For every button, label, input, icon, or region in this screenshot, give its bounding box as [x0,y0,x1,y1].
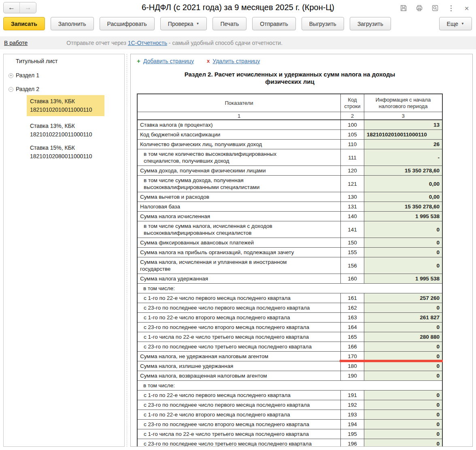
row-value-field[interactable]: - [364,149,442,166]
back-arrow-icon[interactable]: ← [4,2,20,13]
row-value-field[interactable]: 0 [364,238,442,247]
row-value-field[interactable]: 0 [364,303,442,312]
row-label: с 23-го по последнее число первого месяц… [138,400,340,410]
download-button[interactable]: Загрузить [350,17,391,30]
row-value-field[interactable]: 0 [364,257,442,274]
history-nav: ← → [3,2,36,13]
row-value-field[interactable]: 15 350 278,60 [364,166,442,175]
row-label: Сумма налога удержанная [138,274,340,283]
more-button[interactable]: Еще▼ [439,17,472,30]
row-code: 100 [340,120,364,129]
row-code: 120 [340,166,364,175]
row-value-field[interactable]: 0 [364,323,442,332]
row-value-field[interactable]: 1 995 538 [364,274,442,283]
row-value-field[interactable]: 280 880 [364,332,442,342]
check-dropdown-button[interactable]: Проверка▼ [160,17,207,30]
table-row: с 1-го числа по 22-е число третьего меся… [138,332,442,342]
row-label: Количество физических лиц, получивших до… [138,140,340,149]
send-button[interactable]: Отправить [252,17,295,30]
row-code: 196 [340,439,364,447]
table-row: Сумма фиксированных авансовых платежей15… [138,238,442,248]
row-value-field[interactable]: 0 [364,221,442,238]
more-kebab-icon[interactable] [446,4,455,13]
1c-reporting-link[interactable]: 1С-Отчетность [128,40,167,46]
row-value-field[interactable]: 261 827 [364,313,442,322]
row-label: с 1-го по 22-е число первого месяца посл… [138,391,340,400]
row-value-field[interactable]: 1 995 538 [364,212,442,221]
table-row: с 23-го по последнее число первого месяц… [138,400,442,410]
row-value-field[interactable]: 0,00 [364,192,442,202]
row-value-field[interactable]: 0,00 [364,176,442,192]
sidebar-item-section1[interactable]: Раздел 1 [16,72,39,79]
row-value-field[interactable]: 0 [364,429,442,439]
table-header-row: Показатели Код строки Информация с начал… [138,94,442,112]
fill-button[interactable]: Заполнить [51,17,94,30]
table-row: Код бюджетной классификации1051821010201… [138,130,442,140]
row-value-field[interactable]: 0 [364,410,442,419]
section2-form-panel: + Добавить страницу x Удалить страницу Р… [130,54,473,447]
section2-table: Показатели Код строки Информация с начал… [137,93,443,447]
decode-button[interactable]: Расшифровать [100,17,155,30]
row-value-field[interactable]: 0 [364,342,442,351]
row-value-field[interactable]: 0 [364,361,442,371]
row-170-red-annotation [340,360,443,362]
page-title: 6-НДФЛ (с 2021 года) за 9 месяцев 2025 г… [142,3,334,12]
expand-icon-section1[interactable]: + [8,73,13,78]
row-code: 140 [340,212,364,221]
row-code: 165 [340,332,364,342]
print-button[interactable]: Печать [212,17,246,30]
collapse-icon-section2[interactable]: − [8,87,13,92]
row-value-field[interactable]: 18210102010011000110 [364,130,442,139]
row-code: 155 [340,248,364,257]
row-value-field[interactable]: 0 [364,420,442,429]
row-group-label: в том числе: [138,284,444,293]
row-code: 193 [340,410,364,419]
panel-splitter[interactable] [127,54,127,447]
table-numbering-row: 1 2 3 [138,112,442,120]
row-code: 194 [340,420,364,429]
row-label: с 23-го по последнее число первого месяц… [138,303,340,312]
row-label: Сумма вычетов и расходов [138,192,340,202]
row-value-field[interactable]: 0 [364,371,442,380]
section2-title: Раздел 2. Расчет исчисленных и удержанны… [137,71,443,85]
delete-page-link[interactable]: x Удалить страницу [207,57,260,64]
close-icon[interactable]: × [462,4,471,13]
row-value-field[interactable]: 15 350 278,60 [364,202,442,211]
row-value-field[interactable]: 26 [364,140,442,149]
status-state-link[interactable]: В работе [4,40,28,46]
upload-button[interactable]: Выгрузить [302,17,344,30]
row-value-field[interactable]: 257 260 [364,293,442,303]
sidebar-item-kbk-15-080[interactable]: Ставка 15%, КБК 18210102080011000110 [27,142,104,163]
row-value-field[interactable]: 0 [364,439,442,447]
row-code: 163 [340,313,364,322]
table-row: с 1-го по 22-е число второго месяца посл… [138,313,442,323]
row-code: 150 [340,238,364,247]
table-row: с 1-го по 22-е число второго месяца посл… [138,410,442,420]
sidebar-item-title-sheet[interactable]: Титульный лист [16,58,57,64]
row-value-field[interactable]: 0 [364,400,442,410]
table-row: в том числе сумма дохода, полученная выс… [138,176,442,192]
row-value-field[interactable]: 0 [364,248,442,257]
row-label: Сумма налога, исчисленная и уплаченная в… [138,257,340,274]
header-line-code: Код строки [340,94,364,112]
sidebar-item-kbk-13-010[interactable]: Ставка 13%, КБК 18210102010011000110 [27,95,104,116]
forward-arrow-icon[interactable]: → [20,2,36,13]
row-label: в том числе сумма налога, исчисленная с … [138,221,340,238]
table-row: Сумма дохода, полученная физическими лиц… [138,166,442,176]
sections-sidebar: Титульный лист + Раздел 1 − Раздел 2 Ста… [3,54,125,447]
table-row: с 23-го по последнее число второго месяц… [138,420,442,429]
sidebar-item-section2[interactable]: Раздел 2 [16,86,39,92]
table-row: Ставка налога (в процентах)10013 [138,120,442,130]
row-value-field[interactable]: 0 [364,391,442,400]
table-row: Сумма налога исчисленная1401 995 538 [138,212,442,221]
row-label: Сумма налога, возвращенная налоговым аге… [138,371,340,380]
plus-icon: + [137,57,140,64]
print-icon[interactable] [415,4,424,13]
row-value-field[interactable]: 13 [364,120,442,129]
preview-icon[interactable] [431,4,440,13]
add-page-link[interactable]: + Добавить страницу [137,57,194,64]
sidebar-item-kbk-13-210[interactable]: Ставка 13%, КБК 18210102210011000110 [27,120,104,141]
save-icon[interactable] [399,4,408,13]
save-button[interactable]: Записать [3,17,45,30]
table-row: Сумма налога удержанная1601 995 538 [138,274,442,284]
